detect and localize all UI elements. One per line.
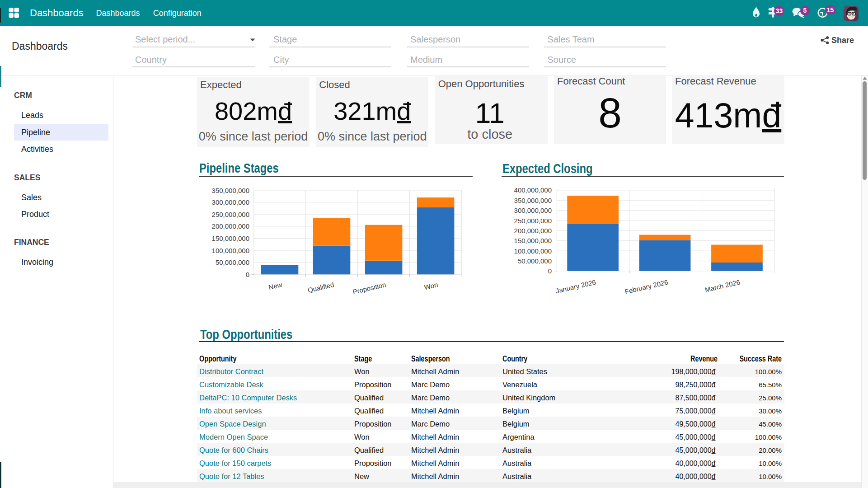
svg-text:50,000,000: 50,000,000 <box>216 258 249 266</box>
svg-text:0: 0 <box>548 267 552 275</box>
svg-text:200,000,000: 200,000,000 <box>212 222 249 230</box>
svg-text:Won: Won <box>423 281 439 291</box>
svg-text:400,000,000: 400,000,000 <box>514 186 552 194</box>
svg-text:New: New <box>268 281 283 291</box>
svg-text:200,000,000: 200,000,000 <box>514 227 552 235</box>
svg-text:January 2026: January 2026 <box>555 278 596 295</box>
svg-text:150,000,000: 150,000,000 <box>514 237 552 244</box>
svg-text:Proposition: Proposition <box>352 281 387 296</box>
svg-text:March 2026: March 2026 <box>704 278 741 293</box>
svg-text:350,000,000: 350,000,000 <box>212 187 249 194</box>
svg-text:100,000,000: 100,000,000 <box>212 247 249 254</box>
svg-text:300,000,000: 300,000,000 <box>514 206 552 214</box>
svg-text:300,000,000: 300,000,000 <box>212 198 249 206</box>
svg-text:250,000,000: 250,000,000 <box>514 217 552 225</box>
svg-text:100,000,000: 100,000,000 <box>514 247 552 255</box>
svg-text:February 2026: February 2026 <box>624 278 669 296</box>
svg-text:0: 0 <box>246 271 249 278</box>
svg-text:50,000,000: 50,000,000 <box>518 257 552 265</box>
svg-text:150,000,000: 150,000,000 <box>212 235 249 242</box>
svg-text:Qualified: Qualified <box>307 281 335 294</box>
svg-text:350,000,000: 350,000,000 <box>514 197 552 204</box>
svg-text:250,000,000: 250,000,000 <box>212 211 249 218</box>
